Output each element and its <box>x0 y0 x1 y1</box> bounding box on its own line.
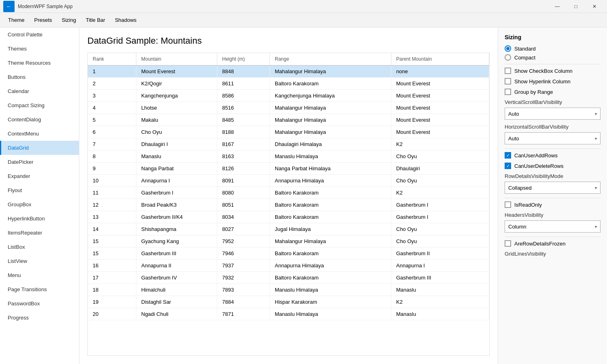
rank-cell: 20 <box>88 308 136 320</box>
close-button[interactable]: ✕ <box>585 0 604 13</box>
col-header-range[interactable]: Range <box>270 53 391 65</box>
table-row[interactable]: 4Lhotse8516Mahalangur HimalayaMount Ever… <box>88 102 489 114</box>
hv-value: Column <box>508 224 526 230</box>
parent-cell: Mount Everest <box>391 114 489 126</box>
content-area: DataGrid Sample: Mountains Rank Mountain… <box>79 28 498 364</box>
sidebar-item-theme-resources[interactable]: Theme Resources <box>0 56 79 70</box>
minimize-button[interactable]: — <box>548 0 567 13</box>
sidebar-item-datepicker[interactable]: DatePicker <box>0 155 79 169</box>
sidebar-item-listbox[interactable]: ListBox <box>0 240 79 254</box>
sidebar-item-compact-sizing[interactable]: Compact Sizing <box>0 98 79 112</box>
height-cell: 8126 <box>217 163 270 174</box>
checkbox-can-user-delete-rows[interactable]: CanUserDeleteRows <box>505 163 601 169</box>
hsb-dropdown[interactable]: Auto ▾ <box>505 132 601 144</box>
height-cell: 8027 <box>217 223 270 235</box>
hsb-value: Auto <box>508 135 519 142</box>
table-row[interactable]: 9Nanga Parbat8126Nanga Parbat HimalayaDh… <box>88 163 489 175</box>
checkbox-show-hyperlink-col[interactable]: Show Hyperlink Column <box>505 78 601 85</box>
table-row[interactable]: 2K2/Qogir8611Baltoro KarakoramMount Ever… <box>88 78 489 90</box>
table-row[interactable]: 3Kangchenjunga8586Kangchenjunga Himalaya… <box>88 90 489 102</box>
col-header-rank[interactable]: Rank <box>88 53 136 65</box>
table-row[interactable]: 11Gasherbrum I8080Baltoro KarakoramK2 <box>88 187 489 199</box>
height-cell: 8848 <box>217 66 270 77</box>
table-row[interactable]: 12Broad Peak/K38051Baltoro KarakoramGash… <box>88 199 489 211</box>
sidebar-item-flyout[interactable]: Flyout <box>0 183 79 197</box>
menu-titlebar[interactable]: Title Bar <box>81 15 110 25</box>
checkbox-can-user-add-rows-box <box>505 152 511 159</box>
checkbox-group-by-range-box <box>505 89 511 95</box>
table-row[interactable]: 15Gasherbrum III7946Baltoro KarakoramGas… <box>88 248 489 260</box>
rdvm-dropdown[interactable]: Collapsed ▾ <box>505 182 601 194</box>
mountain-cell: Shishapangma <box>136 223 217 235</box>
checkbox-is-readonly[interactable]: IsReadOnly <box>505 201 601 208</box>
mountain-cell: Nanga Parbat <box>136 163 217 174</box>
col-header-height[interactable]: Height (m) <box>217 53 270 65</box>
sidebar-item-passwordbox[interactable]: PasswordBox <box>0 296 79 311</box>
radio-compact-circle <box>505 54 511 61</box>
range-cell: Dhaulagiri Himalaya <box>270 138 391 150</box>
sidebar-item-control-palette[interactable]: Control Palette <box>0 28 79 42</box>
height-cell: 8034 <box>217 211 270 223</box>
checkbox-are-row-details-frozen[interactable]: AreRowDetailsFrozen <box>505 240 601 247</box>
table-row[interactable]: 10Annapurna I8091Annapurna HimalayaCho O… <box>88 175 489 187</box>
sidebar-item-progress[interactable]: Progress <box>0 311 79 325</box>
parent-cell: K2 <box>391 138 489 150</box>
parent-cell: Manaslu <box>391 308 489 320</box>
vsb-dropdown[interactable]: Auto ▾ <box>505 108 601 120</box>
table-row[interactable]: 14Shishapangma8027Jugal HimalayaCho Oyu <box>88 223 489 235</box>
sidebar-item-menu[interactable]: Menu <box>0 268 79 282</box>
sidebar-item-contentdialog[interactable]: ContentDialog <box>0 112 79 127</box>
sidebar-item-buttons[interactable]: Buttons <box>0 70 79 84</box>
datagrid-body[interactable]: 1Mount Everest8848Mahalangur Himalayanon… <box>88 66 489 353</box>
mountain-cell: Annapurna II <box>136 260 217 271</box>
parent-cell: Gasherbrum I <box>391 211 489 223</box>
sidebar-item-page-transitions[interactable]: Page Transitions <box>0 282 79 296</box>
sidebar-item-contextmenu[interactable]: ContextMenu <box>0 127 79 141</box>
table-row[interactable]: 17Gasherbrum IV7932Baltoro KarakoramGash… <box>88 272 489 284</box>
table-row[interactable]: 6Cho Oyu8188Mahalangur HimalayaMount Eve… <box>88 126 489 138</box>
maximize-button[interactable]: □ <box>567 0 585 13</box>
checkbox-show-checkbox-col[interactable]: Show CheckBox Column <box>505 68 601 74</box>
sidebar-item-datagrid[interactable]: DataGrid <box>0 141 79 155</box>
mountain-cell: Mount Everest <box>136 66 217 77</box>
mountain-cell: Gyachung Kang <box>136 235 217 247</box>
table-row[interactable]: 13Gasherbrum II/K48034Baltoro KarakoramG… <box>88 211 489 223</box>
height-cell: 8091 <box>217 175 270 186</box>
menu-shadows[interactable]: Shadows <box>110 15 141 25</box>
menu-sizing[interactable]: Sizing <box>57 15 81 25</box>
menu-theme[interactable]: Theme <box>3 15 29 25</box>
table-row[interactable]: 19Distaghil Sar7884Hispar KarakoramK2 <box>88 296 489 308</box>
sidebar-item-themes[interactable]: Themes <box>0 42 79 56</box>
table-row[interactable]: 1Mount Everest8848Mahalangur Himalayanon… <box>88 66 489 78</box>
col-header-mountain[interactable]: Mountain <box>136 53 217 65</box>
right-panel: Sizing Standard Compact Show CheckBox Co… <box>498 28 607 364</box>
sidebar-item-groupbox[interactable]: GroupBox <box>0 197 79 212</box>
sidebar-item-itemsrepeater[interactable]: ItemsRepeater <box>0 226 79 240</box>
table-row[interactable]: 16Annapurna II7937Annapurna HimalayaAnna… <box>88 260 489 272</box>
range-cell: Baltoro Karakoram <box>270 211 391 223</box>
table-row[interactable]: 7Dhaulagiri I8167Dhaulagiri HimalayaK2 <box>88 138 489 150</box>
sidebar-item-expander[interactable]: Expander <box>0 169 79 183</box>
sidebar-item-calendar[interactable]: Calendar <box>0 84 79 98</box>
height-cell: 7884 <box>217 296 270 308</box>
table-row[interactable]: 8Manaslu8163Manaslu HimalayaCho Oyu <box>88 150 489 163</box>
menu-presets[interactable]: Presets <box>29 15 57 25</box>
mountain-cell: Cho Oyu <box>136 126 217 138</box>
back-button[interactable]: ← <box>3 1 15 12</box>
sidebar-item-listview[interactable]: ListView <box>0 254 79 268</box>
col-header-parent[interactable]: Parent Mountain <box>391 53 489 65</box>
table-row[interactable]: 5Makalu8485Mahalangur HimalayaMount Ever… <box>88 114 489 126</box>
checkbox-can-user-add-rows[interactable]: CanUserAddRows <box>505 152 601 159</box>
sidebar-item-hyperlinkbutton[interactable]: HyperlinkButton <box>0 212 79 226</box>
height-cell: 7937 <box>217 260 270 271</box>
mountain-cell: Gasherbrum III <box>136 248 217 259</box>
table-row[interactable]: 15Gyachung Kang7952Mahalangur HimalayaCh… <box>88 235 489 248</box>
checkbox-can-user-add-rows-label: CanUserAddRows <box>514 152 558 159</box>
table-row[interactable]: 20Ngadi Chuli7871Manaslu HimalayaManaslu <box>88 308 489 320</box>
hv-dropdown[interactable]: Column ▾ <box>505 220 601 233</box>
radio-standard[interactable]: Standard <box>505 45 601 52</box>
radio-compact[interactable]: Compact <box>505 54 601 61</box>
table-row[interactable]: 18Himalchuli7893Manaslu HimalayaManaslu <box>88 284 489 296</box>
parent-cell: Gasherbrum III <box>391 272 489 284</box>
checkbox-group-by-range[interactable]: Group by Range <box>505 89 601 95</box>
